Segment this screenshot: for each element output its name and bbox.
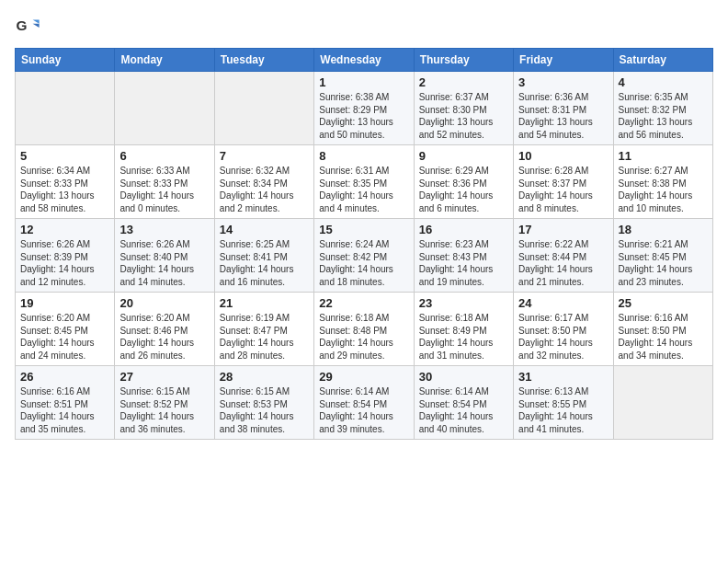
day-info: Sunrise: 6:37 AMSunset: 8:30 PMDaylight:… bbox=[419, 91, 508, 141]
day-number: 6 bbox=[119, 149, 209, 163]
day-info: Sunrise: 6:34 AMSunset: 8:33 PMDaylight:… bbox=[20, 165, 109, 214]
calendar-cell: 14Sunrise: 6:25 AMSunset: 8:41 PMDayligh… bbox=[214, 219, 313, 293]
calendar-cell: 12Sunrise: 6:26 AMSunset: 8:39 PMDayligh… bbox=[16, 219, 115, 293]
calendar-cell: 27Sunrise: 6:15 AMSunset: 8:52 PMDayligh… bbox=[115, 366, 214, 440]
day-number: 22 bbox=[319, 296, 408, 310]
calendar-cell: 22Sunrise: 6:18 AMSunset: 8:48 PMDayligh… bbox=[314, 293, 414, 366]
calendar-week-row: 1Sunrise: 6:38 AMSunset: 8:29 PMDaylight… bbox=[16, 72, 713, 145]
day-info: Sunrise: 6:29 AMSunset: 8:36 PMDaylight:… bbox=[419, 165, 508, 214]
day-number: 4 bbox=[619, 75, 708, 89]
day-info: Sunrise: 6:17 AMSunset: 8:50 PMDaylight:… bbox=[518, 312, 608, 362]
day-info: Sunrise: 6:21 AMSunset: 8:45 PMDaylight:… bbox=[619, 238, 708, 288]
calendar-cell: 18Sunrise: 6:21 AMSunset: 8:45 PMDayligh… bbox=[613, 219, 712, 293]
day-info: Sunrise: 6:26 AMSunset: 8:39 PMDaylight:… bbox=[20, 238, 109, 288]
calendar-week-row: 26Sunrise: 6:16 AMSunset: 8:51 PMDayligh… bbox=[16, 366, 713, 440]
calendar-week-row: 19Sunrise: 6:20 AMSunset: 8:45 PMDayligh… bbox=[16, 293, 713, 366]
weekday-header: Monday bbox=[115, 49, 214, 72]
calendar-cell: 25Sunrise: 6:16 AMSunset: 8:50 PMDayligh… bbox=[613, 293, 712, 366]
day-info: Sunrise: 6:13 AMSunset: 8:55 PMDaylight:… bbox=[518, 385, 608, 435]
svg-marker-1 bbox=[33, 20, 40, 24]
day-info: Sunrise: 6:28 AMSunset: 8:37 PMDaylight:… bbox=[518, 165, 608, 214]
day-info: Sunrise: 6:24 AMSunset: 8:42 PMDaylight:… bbox=[319, 238, 408, 288]
day-number: 23 bbox=[419, 296, 508, 310]
weekday-header: Wednesday bbox=[314, 49, 414, 72]
day-number: 16 bbox=[419, 223, 508, 236]
day-info: Sunrise: 6:32 AMSunset: 8:34 PMDaylight:… bbox=[220, 165, 309, 214]
day-number: 18 bbox=[619, 223, 708, 236]
calendar-week-row: 12Sunrise: 6:26 AMSunset: 8:39 PMDayligh… bbox=[16, 219, 713, 293]
day-number: 2 bbox=[419, 75, 508, 89]
day-info: Sunrise: 6:38 AMSunset: 8:29 PMDaylight:… bbox=[319, 91, 408, 141]
day-number: 5 bbox=[20, 149, 109, 163]
day-number: 29 bbox=[319, 370, 408, 384]
day-info: Sunrise: 6:27 AMSunset: 8:38 PMDaylight:… bbox=[619, 165, 708, 214]
day-info: Sunrise: 6:20 AMSunset: 8:46 PMDaylight:… bbox=[119, 312, 209, 362]
calendar-cell: 30Sunrise: 6:14 AMSunset: 8:54 PMDayligh… bbox=[414, 366, 513, 440]
day-info: Sunrise: 6:35 AMSunset: 8:32 PMDaylight:… bbox=[619, 91, 708, 141]
day-number: 20 bbox=[119, 296, 209, 310]
calendar-cell: 7Sunrise: 6:32 AMSunset: 8:34 PMDaylight… bbox=[214, 145, 313, 219]
day-info: Sunrise: 6:15 AMSunset: 8:53 PMDaylight:… bbox=[220, 385, 309, 435]
calendar-cell: 31Sunrise: 6:13 AMSunset: 8:55 PMDayligh… bbox=[514, 366, 613, 440]
calendar-cell bbox=[16, 72, 115, 145]
calendar-header-row: SundayMondayTuesdayWednesdayThursdayFrid… bbox=[16, 49, 713, 72]
calendar-cell: 28Sunrise: 6:15 AMSunset: 8:53 PMDayligh… bbox=[214, 366, 313, 440]
calendar-cell: 11Sunrise: 6:27 AMSunset: 8:38 PMDayligh… bbox=[613, 145, 712, 219]
day-number: 28 bbox=[220, 370, 309, 384]
day-info: Sunrise: 6:15 AMSunset: 8:52 PMDaylight:… bbox=[119, 385, 209, 435]
calendar-cell: 15Sunrise: 6:24 AMSunset: 8:42 PMDayligh… bbox=[314, 219, 414, 293]
calendar-cell bbox=[613, 366, 712, 440]
svg-marker-2 bbox=[33, 24, 40, 28]
calendar-cell: 21Sunrise: 6:19 AMSunset: 8:47 PMDayligh… bbox=[214, 293, 313, 366]
calendar-cell: 8Sunrise: 6:31 AMSunset: 8:35 PMDaylight… bbox=[314, 145, 414, 219]
day-info: Sunrise: 6:25 AMSunset: 8:41 PMDaylight:… bbox=[220, 238, 309, 288]
calendar-cell: 20Sunrise: 6:20 AMSunset: 8:46 PMDayligh… bbox=[115, 293, 214, 366]
day-info: Sunrise: 6:23 AMSunset: 8:43 PMDaylight:… bbox=[419, 238, 508, 288]
logo: G bbox=[15, 15, 44, 40]
day-info: Sunrise: 6:16 AMSunset: 8:51 PMDaylight:… bbox=[20, 385, 109, 435]
day-number: 7 bbox=[220, 149, 309, 163]
day-info: Sunrise: 6:26 AMSunset: 8:40 PMDaylight:… bbox=[119, 238, 209, 288]
day-info: Sunrise: 6:31 AMSunset: 8:35 PMDaylight:… bbox=[319, 165, 408, 214]
calendar-cell: 10Sunrise: 6:28 AMSunset: 8:37 PMDayligh… bbox=[514, 145, 613, 219]
day-number: 10 bbox=[518, 149, 608, 163]
day-number: 3 bbox=[518, 75, 608, 89]
weekday-header: Sunday bbox=[16, 49, 115, 72]
day-number: 21 bbox=[220, 296, 309, 310]
calendar-cell bbox=[214, 72, 313, 145]
day-number: 15 bbox=[319, 223, 408, 236]
calendar-cell: 2Sunrise: 6:37 AMSunset: 8:30 PMDaylight… bbox=[414, 72, 513, 145]
day-info: Sunrise: 6:33 AMSunset: 8:33 PMDaylight:… bbox=[119, 165, 209, 214]
calendar-cell: 16Sunrise: 6:23 AMSunset: 8:43 PMDayligh… bbox=[414, 219, 513, 293]
day-number: 13 bbox=[119, 223, 209, 236]
day-number: 27 bbox=[119, 370, 209, 384]
day-info: Sunrise: 6:36 AMSunset: 8:31 PMDaylight:… bbox=[518, 91, 608, 141]
calendar-cell: 24Sunrise: 6:17 AMSunset: 8:50 PMDayligh… bbox=[514, 293, 613, 366]
calendar-cell: 13Sunrise: 6:26 AMSunset: 8:40 PMDayligh… bbox=[115, 219, 214, 293]
calendar-cell: 3Sunrise: 6:36 AMSunset: 8:31 PMDaylight… bbox=[514, 72, 613, 145]
day-number: 30 bbox=[419, 370, 508, 384]
day-number: 17 bbox=[518, 223, 608, 236]
calendar-cell: 23Sunrise: 6:18 AMSunset: 8:49 PMDayligh… bbox=[414, 293, 513, 366]
day-number: 9 bbox=[419, 149, 508, 163]
day-number: 14 bbox=[220, 223, 309, 236]
calendar-cell: 5Sunrise: 6:34 AMSunset: 8:33 PMDaylight… bbox=[16, 145, 115, 219]
calendar-cell: 29Sunrise: 6:14 AMSunset: 8:54 PMDayligh… bbox=[314, 366, 414, 440]
day-number: 24 bbox=[518, 296, 608, 310]
day-number: 12 bbox=[20, 223, 109, 236]
weekday-header: Saturday bbox=[613, 49, 712, 72]
calendar-cell: 17Sunrise: 6:22 AMSunset: 8:44 PMDayligh… bbox=[514, 219, 613, 293]
day-info: Sunrise: 6:19 AMSunset: 8:47 PMDaylight:… bbox=[220, 312, 309, 362]
calendar-table: SundayMondayTuesdayWednesdayThursdayFrid… bbox=[15, 48, 713, 440]
weekday-header: Tuesday bbox=[214, 49, 313, 72]
calendar-cell: 26Sunrise: 6:16 AMSunset: 8:51 PMDayligh… bbox=[16, 366, 115, 440]
weekday-header: Friday bbox=[514, 49, 613, 72]
day-number: 8 bbox=[319, 149, 408, 163]
day-info: Sunrise: 6:22 AMSunset: 8:44 PMDaylight:… bbox=[518, 238, 608, 288]
calendar-week-row: 5Sunrise: 6:34 AMSunset: 8:33 PMDaylight… bbox=[16, 145, 713, 219]
day-info: Sunrise: 6:16 AMSunset: 8:50 PMDaylight:… bbox=[619, 312, 708, 362]
day-info: Sunrise: 6:14 AMSunset: 8:54 PMDaylight:… bbox=[319, 385, 408, 435]
calendar-cell bbox=[115, 72, 214, 145]
day-number: 19 bbox=[20, 296, 109, 310]
day-info: Sunrise: 6:20 AMSunset: 8:45 PMDaylight:… bbox=[20, 312, 109, 362]
